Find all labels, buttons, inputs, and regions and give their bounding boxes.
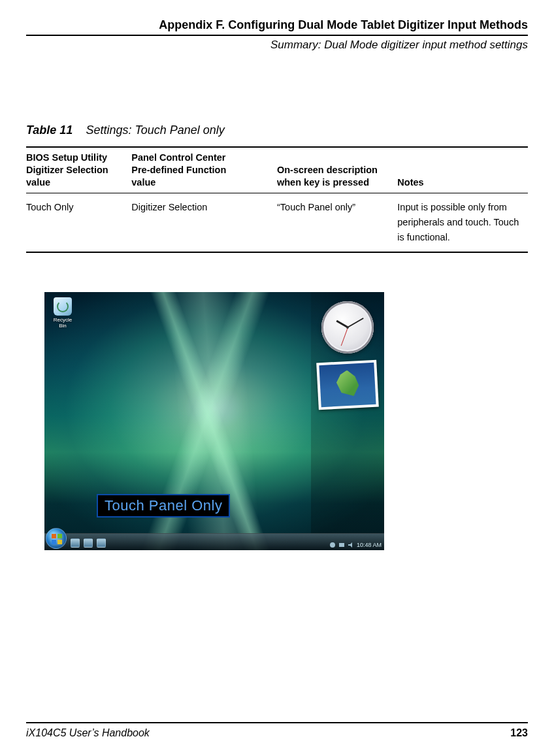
- quick-launch[interactable]: [71, 538, 106, 548]
- quick-launch-icon[interactable]: [71, 538, 80, 548]
- osd-overlay: Touch Panel Only: [97, 494, 230, 518]
- taskbar[interactable]: 10:48 AM: [44, 533, 384, 550]
- page-number: 123: [510, 727, 528, 739]
- clock-gadget[interactable]: [321, 301, 374, 353]
- system-tray[interactable]: 10:48 AM: [329, 542, 382, 548]
- table-row: Touch Only Digitizer Selection “Touch Pa…: [26, 193, 528, 252]
- start-button[interactable]: [46, 528, 67, 549]
- volume-icon[interactable]: [348, 542, 354, 548]
- clock-hour-hand: [336, 320, 348, 329]
- slideshow-gadget[interactable]: [316, 360, 379, 410]
- cell-osd: “Touch Panel only”: [277, 193, 397, 252]
- svg-point-0: [330, 542, 335, 548]
- trash-icon: [54, 297, 72, 316]
- th-osd: On-screen description when key is presse…: [277, 147, 397, 193]
- th-bios: BIOS Setup Utility Digitizer Selection v…: [26, 147, 131, 193]
- svg-rect-1: [339, 543, 344, 547]
- quick-launch-icon[interactable]: [84, 538, 93, 548]
- recycle-bin-icon[interactable]: Recycle Bin: [50, 297, 76, 329]
- desktop-screenshot: Recycle Bin Touch Panel Only: [44, 292, 384, 550]
- table-caption: Table 11 Settings: Touch Panel only: [26, 123, 528, 137]
- clock-minute-hand: [348, 318, 364, 328]
- table-title: Settings: Touch Panel only: [86, 123, 224, 137]
- tray-icon[interactable]: [329, 542, 336, 548]
- settings-table: BIOS Setup Utility Digitizer Selection v…: [26, 146, 528, 253]
- book-title: iX104C5 User’s Handbook: [26, 727, 150, 739]
- th-pcc: Panel Control Center Pre-defined Functio…: [131, 147, 277, 193]
- page-footer: iX104C5 User’s Handbook 123: [26, 722, 528, 739]
- cell-pcc: Digitizer Selection: [131, 193, 277, 252]
- appendix-title: Appendix F. Configuring Dual Mode Tablet…: [26, 18, 528, 32]
- summary-line: Summary: Dual Mode digitizer input metho…: [26, 35, 528, 52]
- slideshow-image: [319, 363, 376, 407]
- quick-launch-icon[interactable]: [97, 538, 106, 548]
- svg-marker-2: [348, 542, 352, 548]
- recycle-bin-label: Recycle Bin: [50, 317, 76, 329]
- cell-notes: Input is possible only from peripherals …: [397, 193, 528, 252]
- tray-clock[interactable]: 10:48 AM: [357, 542, 382, 548]
- th-notes: Notes: [397, 147, 528, 193]
- windows-sidebar: [311, 292, 384, 533]
- cell-bios: Touch Only: [26, 193, 131, 252]
- tray-icon[interactable]: [338, 542, 345, 548]
- table-number: Table 11: [26, 123, 73, 137]
- clock-second-hand: [340, 327, 348, 346]
